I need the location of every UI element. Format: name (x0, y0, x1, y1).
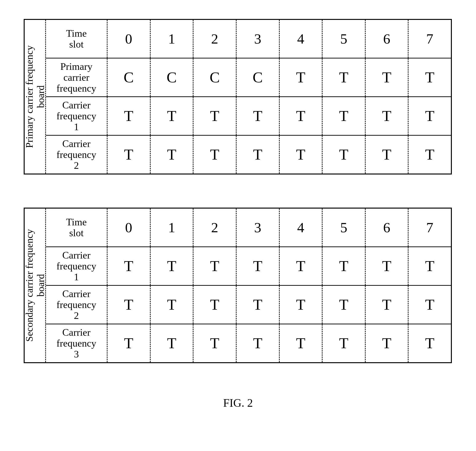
cell-value: T (151, 286, 194, 324)
cell-value: T (151, 324, 194, 362)
row-label-line: Time (66, 28, 87, 39)
primary-board-table: Primary carrier frequency board Time slo… (24, 19, 452, 175)
row-label-line: Carrier (62, 250, 90, 261)
cell-value: T (408, 97, 451, 135)
secondary-side-label: Secondary carrier frequency board (25, 209, 46, 362)
cell-value: T (280, 247, 323, 285)
cell-value: C (193, 58, 237, 96)
primary-carrier-freq-label: Primary carrier frequency (46, 58, 108, 96)
row-label-line: Carrier (62, 138, 90, 149)
cell-value: C (151, 58, 194, 96)
cell-value: T (323, 97, 366, 135)
time-slot-header: 7 (408, 20, 451, 58)
figure-caption: FIG. 2 (24, 396, 452, 409)
row-label-line: 3 (74, 349, 79, 360)
time-slot-label: Time slot (46, 20, 108, 58)
secondary-side-label-text: Secondary carrier frequency board (23, 229, 46, 342)
cell-value: T (280, 97, 323, 135)
cell-value: T (193, 136, 237, 174)
row-label-line: Time (66, 217, 87, 227)
row-label-line: frequency (57, 83, 96, 94)
row-label-line: frequency (57, 111, 96, 121)
cell-value: C (108, 58, 151, 96)
cell-value: T (151, 247, 194, 285)
time-slot-header: 5 (323, 20, 366, 58)
cell-value: T (280, 324, 323, 362)
cell-value: T (237, 247, 280, 285)
table-row: Carrier frequency 2 T T T T T T T T (46, 136, 451, 174)
cell-value: T (366, 136, 409, 174)
figure-page: Primary carrier frequency board Time slo… (0, 0, 476, 451)
cell-value: C (237, 58, 280, 96)
cell-value: T (151, 136, 194, 174)
cell-value: T (366, 286, 409, 324)
time-slot-header: 0 (108, 209, 151, 246)
table-row: Carrier frequency 3 T T T T T T T T (46, 324, 451, 362)
cell-value: T (323, 58, 366, 96)
time-slot-header: 3 (237, 20, 280, 58)
row-label-line: 1 (74, 272, 79, 282)
row-label-line: slot (69, 227, 84, 238)
side-label-line: board (35, 274, 46, 297)
time-slot-header: 1 (151, 20, 194, 58)
cell-value: T (237, 136, 280, 174)
time-slot-header: 4 (280, 20, 323, 58)
primary-side-label: Primary carrier frequency board (25, 20, 46, 174)
time-slot-header: 6 (366, 209, 409, 246)
cell-value: T (408, 247, 451, 285)
table-row: Time slot 0 1 2 3 4 5 6 7 (46, 209, 451, 247)
primary-rows: Time slot 0 1 2 3 4 5 6 7 Primary carr (46, 20, 451, 174)
cell-value: T (280, 58, 323, 96)
cell-value: T (366, 324, 409, 362)
row-label-line: Carrier (62, 100, 90, 111)
cell-value: T (237, 97, 280, 135)
row-label-line: Carrier (62, 327, 90, 338)
cell-value: T (366, 58, 409, 96)
primary-side-label-text: Primary carrier frequency board (23, 45, 46, 148)
cell-value: T (237, 324, 280, 362)
cell-value: T (280, 136, 323, 174)
cell-value: T (323, 247, 366, 285)
time-slot-header: 3 (237, 209, 280, 246)
cell-value: T (323, 286, 366, 324)
carrier-freq-3-label: Carrier frequency 3 (46, 324, 108, 362)
row-label-line: 2 (74, 160, 79, 171)
cell-value: T (408, 136, 451, 174)
cell-value: T (108, 247, 151, 285)
secondary-board-table: Secondary carrier frequency board Time s… (24, 208, 452, 363)
cell-value: T (366, 247, 409, 285)
row-label-line: frequency (57, 261, 96, 272)
cell-value: T (323, 136, 366, 174)
side-label-line: Primary carrier frequency (24, 45, 35, 148)
table-row: Carrier frequency 1 T T T T T T T T (46, 247, 451, 286)
cell-value: T (408, 58, 451, 96)
row-label-line: slot (69, 39, 84, 50)
time-slot-header: 5 (323, 209, 366, 246)
cell-value: T (193, 324, 237, 362)
time-slot-header: 2 (193, 209, 237, 246)
cell-value: T (193, 247, 237, 285)
row-label-line: Carrier (62, 288, 90, 299)
carrier-freq-1-label: Carrier frequency 1 (46, 97, 108, 135)
row-label-line: frequency (57, 299, 96, 310)
table-row: Carrier frequency 1 T T T T T T T T (46, 97, 451, 136)
cell-value: T (193, 97, 237, 135)
cell-value: T (323, 324, 366, 362)
time-slot-header: 2 (193, 20, 237, 58)
cell-value: T (151, 97, 194, 135)
carrier-freq-2-label: Carrier frequency 2 (46, 286, 108, 324)
row-label-line: frequency (57, 338, 96, 349)
cell-value: T (108, 97, 151, 135)
time-slot-label: Time slot (46, 209, 108, 246)
time-slot-header: 6 (366, 20, 409, 58)
table-row: Carrier frequency 2 T T T T T T T T (46, 286, 451, 324)
cell-value: T (280, 286, 323, 324)
cell-value: T (408, 286, 451, 324)
cell-value: T (237, 286, 280, 324)
side-label-line: board (35, 86, 46, 108)
carrier-freq-2-label: Carrier frequency 2 (46, 136, 108, 174)
cell-value: T (366, 97, 409, 135)
row-label-line: 1 (74, 121, 79, 132)
cell-value: T (108, 286, 151, 324)
row-label-line: Primary (60, 61, 92, 72)
